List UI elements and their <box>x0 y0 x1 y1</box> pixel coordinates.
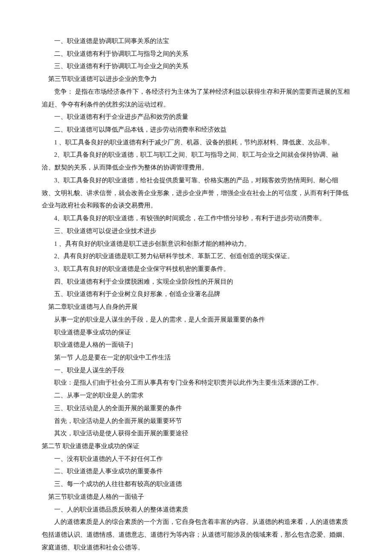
paragraph: 二、从事一定的职业是人的需求 <box>42 389 350 402</box>
paragraph: 3、职工具有良好的职业道德是企业保守科技机密的重要条件。 <box>42 263 350 276</box>
document-page: 一、职业道德是协调职工同事关系的法宝二、职业道德有利于协调职工与指导之间的关系三… <box>0 0 392 555</box>
paragraph: 二、职业道德可以降低产品本钱，进步劳动消费率和经济效益 <box>42 124 350 136</box>
paragraph: 第二节 职业道德是事业成功的保证 <box>42 440 350 453</box>
paragraph: 一、没有职业道德的人干不好任何工作 <box>42 453 350 466</box>
paragraph: 第二章职业道德与人自身的开展 <box>42 301 350 313</box>
paragraph: 4、职工具备良好的职业道德，有较强的时间观念，在工作中惜分珍秒，有利于进步劳动消… <box>42 212 350 225</box>
paragraph: 四、职业道德有利于企业摆脱困难，实现企业阶段性的开展目的 <box>42 276 350 288</box>
paragraph: 五、职业道德有利于企业树立良好形象，创造企业著名品牌 <box>42 288 350 301</box>
paragraph: 职业道德是事业成功的保证 <box>42 326 350 339</box>
paragraph: 第三节职业道德是人格的一面镜子 <box>42 491 350 503</box>
paragraph: 职业道德是人格的一面镜子] <box>42 339 350 351</box>
paragraph: 从事一定的职业是人谋生的手段，是人的需求，是人全面开展最重要的条件 <box>42 313 350 326</box>
paragraph: 竞争： 是指在市场经济条件下，各经济行为主体为了某种经济利益以获得生存和开展的需… <box>42 86 350 111</box>
paragraph: 职业：是指人们由于社会分工而从事具有专门业务和特定职责并以此作为主要生活来源的工… <box>42 377 350 389</box>
paragraph: 第三节职业道德可以进步企业的竞争力 <box>42 73 350 86</box>
paragraph: 3、职工具备良好的职业道德，给社会提供质量可靠、价格实惠的产品，对顾客效劳热情周… <box>42 174 350 212</box>
paragraph: 一、人的职业道德品质反映着人的整体道德素质 <box>42 503 350 516</box>
paragraph: 一、职业道德是协调职工同事关系的法宝 <box>42 35 350 48</box>
paragraph: 人的道德素质是人的综合素质的一个方面，它自身包含着丰富的内容。从道德的构造来看，… <box>42 516 350 554</box>
paragraph: 2、具有良好的职业道德是职工努力钻研科学技术、革新工艺、创造创造的现实保证。 <box>42 250 350 263</box>
paragraph: 二、职业道德有利于协调职工与指导之间的关系 <box>42 48 350 60</box>
paragraph: 第一节 人总是要在一定的职业中工作生活 <box>42 351 350 364</box>
paragraph: 二、职业道德是人事业成功的重要条件 <box>42 465 350 478</box>
paragraph: 1 、具有良好的职业道德是职工进步创新意识和创新才能的精神动力。 <box>42 238 350 250</box>
paragraph: 1 、职工具备良好的职业道德有利于减少厂房、机器、设备的损耗，节约原材料、降低废… <box>42 136 350 149</box>
paragraph: 三、职业活动是人的全面开展的最重要的条件 <box>42 402 350 415</box>
paragraph: 三、职业道德有利于协调职工与企业之间的关系 <box>42 60 350 73</box>
paragraph: 2、职工具备良好的职业道德，职工与职工之间、职工与指导之间、职工与企业之间就会保… <box>42 149 350 174</box>
paragraph: 一、职业道德有利于企业进步产品和效劳的质量 <box>42 111 350 124</box>
paragraph: 三、每一个成功的人往往都有较高的职业道德 <box>42 478 350 491</box>
paragraph: 三、职业道德可以促进企业技术进步 <box>42 225 350 238</box>
paragraph: 一、职业是人谋生的手段 <box>42 364 350 377</box>
paragraph: 首先，职业活动是人的全面开展的最重要环节 <box>42 415 350 428</box>
paragraph: 其次，职业活动是使人获得全面开展的重要途径 <box>42 427 350 440</box>
